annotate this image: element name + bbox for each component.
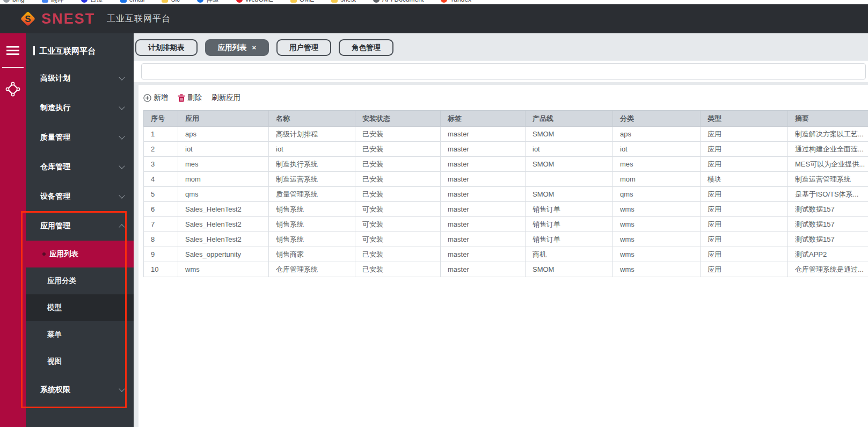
chevron-down-icon	[119, 163, 125, 169]
table-row[interactable]: 9 Sales_oppertunity 销售商家 已安装 master 商机 w…	[144, 247, 868, 262]
sidebar-subitem[interactable]: 应用分类	[26, 267, 134, 294]
table-row[interactable]: 10 wms 仓库管理系统 已安装 master SMOM wms 应用 仓库管…	[144, 262, 868, 277]
cell-category: qms	[613, 187, 701, 202]
sidebar-section[interactable]: 设备管理	[26, 182, 134, 211]
cell-category: wms	[613, 262, 701, 277]
table-row[interactable]: 2 iot iot 已安装 master iot iot 应用 通过构建企业全面…	[144, 142, 868, 157]
menu-toggle-button[interactable]	[4, 43, 22, 60]
cell-index: 5	[144, 187, 178, 202]
cell-app: mom	[178, 172, 269, 187]
column-header[interactable]: 序号	[144, 111, 178, 127]
cell-name: 高级计划排程	[269, 127, 355, 142]
cell-app: Sales_oppertunity	[178, 247, 269, 262]
cell-index: 4	[144, 172, 178, 187]
bookmark-item[interactable]: API Document	[373, 0, 424, 3]
column-header[interactable]: 标签	[441, 111, 526, 127]
bookmark-label: API Document	[382, 0, 424, 3]
sidebar-section[interactable]: 质量管理	[26, 122, 134, 152]
tab[interactable]: 应用列表 ×	[205, 39, 269, 56]
table-row[interactable]: 3 mes 制造执行系统 已安装 master SMOM mes 应用 MES可…	[144, 157, 868, 172]
column-header[interactable]: 应用	[178, 111, 269, 127]
cell-summary: 仓库管理系统是通过...	[788, 262, 868, 277]
bookmark-label: 翻译	[51, 0, 64, 4]
bookmark-item[interactable]: Sic	[162, 0, 180, 3]
bookmark-item[interactable]: email	[120, 0, 145, 3]
table-row[interactable]: 6 Sales_HelenTest2 销售系统 可安装 master 销售订单 …	[144, 202, 868, 217]
sidebar-section[interactable]: 高级计划	[26, 63, 134, 93]
column-header[interactable]: 安装状态	[355, 111, 441, 127]
bookmark-item[interactable]: 百度	[81, 0, 103, 4]
table-row[interactable]: 1 aps 高级计划排程 已安装 master SMOM aps 应用 制造解决…	[144, 127, 868, 142]
column-header[interactable]: 摘要	[788, 111, 868, 127]
chevron-down-icon	[119, 386, 125, 392]
cell-tag: master	[441, 232, 526, 247]
cell-app: Sales_HelenTest2	[178, 202, 269, 217]
column-header[interactable]: 名称	[269, 111, 355, 127]
bookmark-item[interactable]: snest	[331, 0, 356, 3]
table-row[interactable]: 8 Sales_HelenTest2 销售系统 可安装 master 销售订单 …	[144, 232, 868, 247]
sidebar-section-app-mgmt[interactable]: 应用管理	[26, 211, 134, 241]
tab[interactable]: 用户管理	[276, 39, 331, 56]
tab[interactable]: 计划排期表	[135, 39, 198, 56]
cell-type: 应用	[701, 217, 788, 232]
sidebar-section[interactable]: 仓库管理	[26, 152, 134, 182]
cell-summary: 制造解决方案以工艺...	[788, 127, 868, 142]
cell-product-line: 销售订单	[526, 217, 613, 232]
sidebar-section[interactable]: 制造执行	[26, 93, 134, 122]
sidebar-subitem[interactable]: 视图	[26, 348, 134, 375]
apps-diamond-button[interactable]	[3, 79, 23, 100]
sidebar-section-label: 设备管理	[40, 192, 70, 201]
bookmark-item[interactable]: Yandex	[441, 0, 471, 3]
cell-summary: 测试数据157	[788, 217, 868, 232]
sidebar: 工业互联网平台 高级计划 制造执行 质量管理	[26, 33, 134, 427]
cell-app: aps	[178, 127, 269, 142]
bookmark-favicon-icon	[197, 0, 203, 3]
column-header[interactable]: 分类	[613, 111, 701, 127]
search-band	[134, 61, 868, 82]
tab-label: 应用列表	[218, 43, 247, 53]
tab-label: 角色管理	[352, 43, 381, 53]
chevron-down-icon	[119, 74, 125, 80]
cell-app: Sales_HelenTest2	[178, 217, 269, 232]
sidebar-subitem[interactable]: 菜单	[26, 321, 134, 348]
sidebar-section-label: 仓库管理	[40, 162, 70, 172]
column-header[interactable]: 产品线	[526, 111, 613, 127]
table-row[interactable]: 4 mom 制造运营系统 已安装 master mom 模块 制造运营管理系统	[144, 172, 868, 187]
chevron-down-icon	[119, 192, 125, 198]
cell-product-line: SMOM	[526, 157, 613, 172]
delete-button-label: 删除	[187, 93, 202, 103]
delete-button[interactable]: 删除	[178, 93, 202, 103]
tab[interactable]: 角色管理	[339, 39, 393, 56]
rail-divider	[2, 67, 24, 68]
sidebar-subitem[interactable]: 模型	[26, 294, 134, 321]
toolbar: 新增 删除 刷新应用	[143, 90, 868, 106]
cell-index: 3	[144, 157, 178, 172]
bookmark-item[interactable]: bing	[3, 0, 25, 3]
sidebar-subitem[interactable]: 应用列表	[26, 241, 134, 267]
table-row[interactable]: 7 Sales_HelenTest2 销售系统 可安装 master 销售订单 …	[144, 217, 868, 232]
column-header[interactable]: 类型	[701, 111, 788, 127]
search-input[interactable]	[141, 63, 866, 79]
bookmark-favicon-icon	[290, 0, 297, 3]
browser-bookmarks-bar: bing 翻译 百度 email Sic	[0, 0, 868, 4]
cell-install-status: 已安装	[355, 262, 441, 277]
cell-tag: master	[441, 187, 526, 202]
bookmark-item[interactable]: WebGME	[236, 0, 273, 3]
cell-summary: 测试数据157	[788, 232, 868, 247]
bookmark-item[interactable]: 翻译	[42, 0, 64, 4]
bookmark-item[interactable]: GME	[290, 0, 314, 3]
table-header-row: 序号 应用 名称 安装状态 标签 产品线 分类	[144, 111, 868, 127]
bookmark-item[interactable]: 伴道	[197, 0, 219, 4]
logo-text: SNEST	[41, 11, 95, 27]
sidebar-section[interactable]: 系统权限	[26, 375, 134, 404]
sidebar-section-label: 制造执行	[40, 103, 70, 113]
add-button[interactable]: 新增	[143, 93, 168, 103]
bookmark-favicon-icon	[236, 0, 243, 3]
bookmark-label: Sic	[171, 0, 180, 3]
sidebar-sections-top: 高级计划 制造执行 质量管理 仓库管理	[26, 63, 134, 211]
cell-product-line	[526, 172, 613, 187]
table-row[interactable]: 5 qms 质量管理系统 已安装 master SMOM qms 应用 是基于I…	[144, 187, 868, 202]
refresh-apps-button[interactable]: 刷新应用	[211, 93, 240, 103]
tab-close-icon[interactable]: ×	[252, 44, 257, 51]
cell-index: 9	[144, 247, 178, 262]
